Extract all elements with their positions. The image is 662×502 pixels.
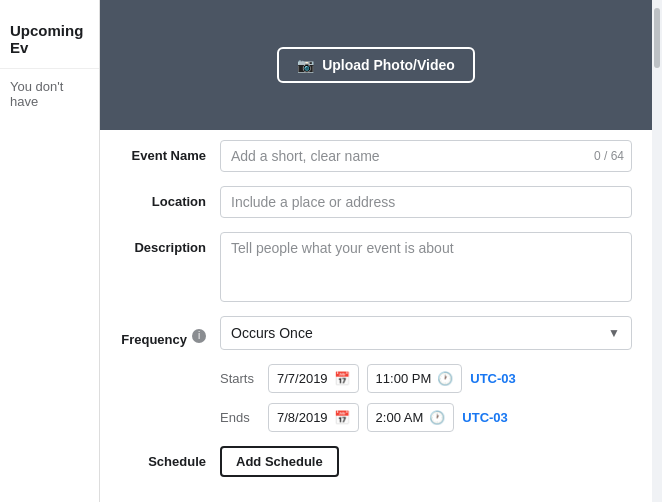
camera-icon: 📷 xyxy=(297,57,314,73)
description-label: Description xyxy=(120,232,220,255)
main-content: 📷 Upload Photo/Video Event Name 0 / 64 L… xyxy=(100,0,652,502)
starts-timezone[interactable]: UTC-03 xyxy=(470,371,516,386)
event-name-input[interactable] xyxy=(220,140,632,172)
add-schedule-button[interactable]: Add Schedule xyxy=(220,446,339,477)
ends-time-value: 2:00 AM xyxy=(376,410,424,425)
clock-icon-ends: 🕐 xyxy=(429,410,445,425)
frequency-label-wrap: Frequency i xyxy=(120,316,220,347)
ends-row: Ends 7/8/2019 📅 2:00 AM 🕐 UTC-03 xyxy=(220,403,632,432)
sidebar: Upcoming Ev You don't have xyxy=(0,0,100,502)
frequency-label: Frequency xyxy=(121,324,187,347)
frequency-row: Frequency i Occurs Once Daily Weekly Mon… xyxy=(120,316,632,350)
photo-header: 📷 Upload Photo/Video xyxy=(100,0,652,130)
ends-time-field[interactable]: 2:00 AM 🕐 xyxy=(367,403,455,432)
schedule-row: Schedule Add Schedule xyxy=(120,446,632,477)
calendar-icon-ends: 📅 xyxy=(334,410,350,425)
sidebar-upcoming-label: Upcoming Ev xyxy=(0,10,99,69)
starts-row: Starts 7/7/2019 📅 11:00 PM 🕐 UTC-03 xyxy=(220,364,632,393)
starts-section: Starts 7/7/2019 📅 11:00 PM 🕐 UTC-03 Ends… xyxy=(120,364,632,432)
event-name-row: Event Name 0 / 64 xyxy=(120,140,632,172)
starts-time-field[interactable]: 11:00 PM 🕐 xyxy=(367,364,463,393)
upload-button-label: Upload Photo/Video xyxy=(322,57,455,73)
location-input[interactable] xyxy=(220,186,632,218)
sidebar-no-events-text: You don't have xyxy=(0,69,99,119)
description-input[interactable] xyxy=(220,232,632,302)
ends-label: Ends xyxy=(220,410,260,425)
scrollbar-thumb[interactable] xyxy=(654,8,660,68)
starts-date-field[interactable]: 7/7/2019 📅 xyxy=(268,364,359,393)
location-label: Location xyxy=(120,186,220,209)
ends-date-value: 7/8/2019 xyxy=(277,410,328,425)
ends-date-field[interactable]: 7/8/2019 📅 xyxy=(268,403,359,432)
ends-timezone[interactable]: UTC-03 xyxy=(462,410,508,425)
scrollbar-track[interactable] xyxy=(652,0,662,502)
schedule-label: Schedule xyxy=(120,454,220,469)
upload-photo-video-button[interactable]: 📷 Upload Photo/Video xyxy=(277,47,475,83)
char-count: 0 / 64 xyxy=(594,149,624,163)
location-row: Location xyxy=(120,186,632,218)
frequency-select[interactable]: Occurs Once Daily Weekly Monthly xyxy=(220,316,632,350)
starts-label: Starts xyxy=(220,371,260,386)
frequency-select-wrapper: Occurs Once Daily Weekly Monthly ▼ xyxy=(220,316,632,350)
starts-date-value: 7/7/2019 xyxy=(277,371,328,386)
event-name-label: Event Name xyxy=(120,140,220,163)
clock-icon: 🕐 xyxy=(437,371,453,386)
description-row: Description xyxy=(120,232,632,302)
calendar-icon: 📅 xyxy=(334,371,350,386)
event-form: Event Name 0 / 64 Location Description F… xyxy=(100,130,652,497)
starts-time-value: 11:00 PM xyxy=(376,371,432,386)
frequency-info-icon[interactable]: i xyxy=(192,329,206,343)
event-name-wrapper: 0 / 64 xyxy=(220,140,632,172)
